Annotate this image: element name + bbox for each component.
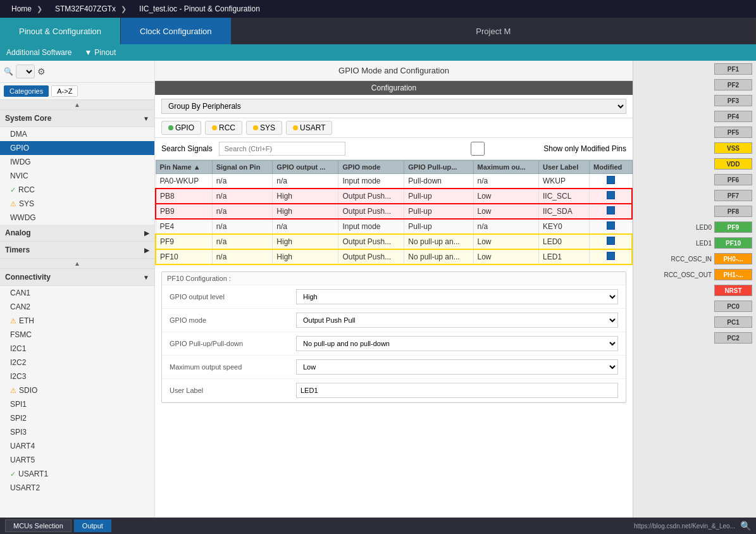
zoom-icon[interactable]: 🔍 — [740, 521, 751, 531]
col-gpio-mode[interactable]: GPIO mode — [338, 161, 404, 174]
search-signals-input[interactable] — [219, 142, 345, 156]
scroll-up-system[interactable]: ▲ — [0, 100, 154, 110]
pin-button[interactable]: VDD — [635, 156, 755, 171]
gpio-table: Pin Name ▲ Signal on Pin GPIO output ...… — [155, 160, 633, 265]
pin-tab-rcc[interactable]: RCC — [205, 121, 242, 135]
sidebar-item-dma[interactable]: DMA — [0, 127, 154, 141]
pin-tab-sys[interactable]: SYS — [246, 121, 282, 135]
table-row[interactable]: PA0-WKUP n/a n/a Input mode Pull-down n/… — [156, 174, 632, 189]
sidebar-item-i2c3[interactable]: I2C3 — [0, 369, 154, 383]
cell-pin-name: PF9 — [156, 234, 212, 249]
search-dropdown[interactable] — [16, 65, 35, 78]
pin-box: NRST — [714, 285, 752, 296]
config-select-3[interactable]: Low — [296, 359, 618, 375]
pin-button[interactable]: LED0PF9 — [635, 220, 755, 235]
pin-button[interactable]: PF3 — [635, 93, 755, 108]
sidebar-item-uart5[interactable]: UART5 — [0, 453, 154, 467]
atoz-btn[interactable]: A->Z — [51, 85, 78, 97]
cell-pin-name: PF10 — [156, 249, 212, 264]
table-row[interactable]: PB8 n/a High Output Push... Pull-up Low … — [156, 189, 632, 204]
sidebar-item-spi3[interactable]: SPI3 — [0, 425, 154, 439]
config-input-4[interactable] — [296, 383, 618, 398]
config-select-1[interactable]: Output Push Pull — [296, 313, 618, 328]
sidebar-item-i2c1[interactable]: I2C1 — [0, 342, 154, 356]
table-row[interactable]: PE4 n/a n/a Input mode Pull-up n/a KEY0 — [156, 219, 632, 234]
config-select-2[interactable]: No pull-up and no pull-down — [296, 336, 618, 351]
pin-button[interactable]: LED1PF10 — [635, 235, 755, 251]
sidebar-item-nvic[interactable]: NVIC — [0, 169, 154, 183]
pin-button[interactable]: PF8 — [635, 204, 755, 219]
col-gpio-output[interactable]: GPIO output ... — [273, 161, 338, 174]
col-signal[interactable]: Signal on Pin — [212, 161, 273, 174]
gear-icon[interactable]: ⚙ — [37, 66, 46, 77]
col-pin-name[interactable]: Pin Name ▲ — [156, 161, 212, 174]
sidebar-item-sys[interactable]: ⚠ SYS — [0, 197, 154, 211]
col-user-label[interactable]: User Label — [538, 161, 589, 174]
sidebar-item-wwdg[interactable]: WWDG — [0, 211, 154, 225]
pin-button[interactable]: NRST — [635, 283, 755, 298]
pin-button[interactable]: PF6 — [635, 172, 755, 187]
col-modified[interactable]: Modified — [590, 161, 632, 174]
tab-pinout[interactable]: Pinout & Configuration — [0, 18, 121, 44]
tab-mcus-selection[interactable]: MCUs Selection — [5, 519, 71, 532]
pin-button[interactable]: PC0 — [635, 299, 755, 314]
pin-button[interactable]: PF2 — [635, 77, 755, 92]
col-max-output[interactable]: Maximum ou... — [473, 161, 538, 174]
breadcrumb-file[interactable]: IIC_test.ioc - Pinout & Configuration — [133, 2, 266, 16]
sidebar-item-can2[interactable]: CAN2 — [0, 300, 154, 314]
pin-box: VSS — [714, 142, 752, 154]
breadcrumb-mcu[interactable]: STM32F407ZGTx — [49, 2, 133, 16]
pin-button[interactable]: VSS — [635, 140, 755, 156]
pin-button[interactable]: PF7 — [635, 188, 755, 203]
pin-box: PF1 — [714, 63, 752, 75]
chevron-down-icon: ▼ — [143, 115, 149, 122]
pin-button[interactable]: RCC_OSC_OUTPH1-... — [635, 267, 755, 282]
categories-btn[interactable]: Categories — [4, 85, 49, 97]
sidebar-item-i2c2[interactable]: I2C2 — [0, 356, 154, 369]
pin-button[interactable]: PF4 — [635, 109, 755, 124]
scroll-up-connectivity[interactable]: ▲ — [0, 259, 154, 269]
sidebar-item-iwdg[interactable]: IWDG — [0, 155, 154, 169]
config-select-0[interactable]: High — [296, 289, 618, 304]
section-timers[interactable]: Timers ▶ — [0, 242, 154, 259]
col-gpio-pull[interactable]: GPIO Pull-up... — [404, 161, 473, 174]
cell-pin-name: PA0-WKUP — [156, 174, 212, 189]
pin-button[interactable]: PF1 — [635, 61, 755, 77]
show-modified-checkbox[interactable] — [414, 142, 541, 156]
nav-pinout[interactable]: ▼ Pinout — [84, 48, 116, 57]
sidebar-item-usart2[interactable]: USART2 — [0, 481, 154, 495]
breadcrumb-home[interactable]: Home — [5, 2, 49, 16]
sidebar-item-spi2[interactable]: SPI2 — [0, 411, 154, 425]
pin-box: PC1 — [714, 316, 752, 328]
tab-clock[interactable]: Clock Configuration — [121, 18, 231, 44]
section-analog[interactable]: Analog ▶ — [0, 225, 154, 242]
table-row[interactable]: PB9 n/a High Output Push... Pull-up Low … — [156, 204, 632, 219]
pin-box: PH0-... — [714, 253, 752, 264]
pin-button[interactable]: PF5 — [635, 125, 755, 140]
pin-tab-usart[interactable]: USART — [286, 121, 332, 135]
pin-button[interactable]: PC1 — [635, 314, 755, 330]
cell-signal: n/a — [212, 204, 273, 219]
sidebar-item-can1[interactable]: CAN1 — [0, 286, 154, 300]
tab-output[interactable]: Output — [74, 519, 111, 532]
section-system-core[interactable]: System Core ▼ — [0, 110, 154, 127]
group-by-select[interactable]: Group By Peripherals — [161, 99, 626, 114]
cell-output: High — [273, 234, 338, 249]
sidebar-item-uart4[interactable]: UART4 — [0, 439, 154, 453]
pin-button[interactable]: PC2 — [635, 330, 755, 345]
section-connectivity[interactable]: Connectivity ▼ — [0, 269, 154, 286]
pin-button[interactable]: RCC_OSC_INPH0-... — [635, 251, 755, 266]
pin-tab-gpio[interactable]: GPIO — [161, 121, 201, 135]
sidebar-item-fsmc[interactable]: FSMC — [0, 328, 154, 342]
table-row[interactable]: PF10 n/a High Output Push... No pull-up … — [156, 249, 632, 264]
tab-project[interactable]: Project M — [232, 18, 756, 44]
cell-pull: Pull-up — [404, 204, 473, 219]
sidebar-item-usart1[interactable]: ✓ USART1 — [0, 467, 154, 481]
table-row[interactable]: PF9 n/a High Output Push... No pull-up a… — [156, 234, 632, 249]
sidebar-item-rcc[interactable]: ✓ RCC — [0, 183, 154, 197]
sidebar-item-gpio[interactable]: GPIO — [0, 141, 154, 155]
sidebar-item-eth[interactable]: ⚠ ETH — [0, 314, 154, 328]
nav-additional-software[interactable]: Additional Software — [6, 48, 71, 57]
sidebar-item-sdio[interactable]: ⚠ SDIO — [0, 383, 154, 397]
sidebar-item-spi1[interactable]: SPI1 — [0, 397, 154, 411]
